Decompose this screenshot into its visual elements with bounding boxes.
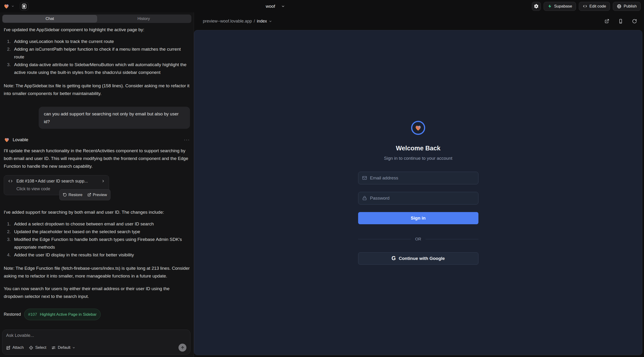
lovable-heart-icon [3, 3, 10, 10]
chat-input[interactable] [6, 333, 186, 338]
list-item: Adding data-active attribute to SidebarM… [14, 61, 190, 76]
mode-label: Default [58, 345, 70, 350]
preview-url-domain: preview--woof.lovable.app [203, 19, 252, 24]
tab-chat[interactable]: Chat [3, 15, 97, 22]
attach-label: Attach [12, 345, 24, 350]
mode-default-button[interactable]: Default [51, 345, 75, 350]
assistant-paragraph: You can now search for users by either t… [4, 285, 190, 300]
preview-label: Preview [93, 191, 107, 199]
message-menu-button[interactable]: ··· [184, 136, 190, 144]
external-link-icon [87, 193, 91, 197]
assistant-paragraph: I'll update the search functionality in … [4, 147, 190, 170]
select-button[interactable]: Select [29, 345, 46, 350]
user-message-bubble: can you add support for searching not on… [39, 107, 190, 129]
refresh-button[interactable] [632, 19, 637, 24]
list-item: Updated the placeholder text based on th… [14, 228, 190, 236]
preview-region: preview--woof.lovable.app / index [194, 12, 644, 357]
preview-iframe: Welcome Back Sign in to continue to your… [194, 30, 642, 355]
or-label: OR [415, 237, 421, 242]
version-number: #107 [28, 310, 37, 318]
lovable-avatar-heart-icon [4, 137, 10, 143]
url-separator: / [254, 19, 255, 24]
tab-history[interactable]: History [97, 15, 191, 22]
assistant-name: Lovable [13, 136, 28, 144]
version-title: Highlight Active Page in Sidebar [40, 310, 96, 318]
preview-button[interactable]: Preview [87, 191, 107, 199]
chevron-right-icon [101, 179, 105, 183]
panel-left-icon [22, 4, 26, 9]
assistant-paragraph: I've added support for searching by both… [4, 208, 190, 216]
chevron-down-icon [11, 5, 14, 8]
google-signin-button[interactable]: G Continue with Google [358, 252, 478, 264]
assistant-list: Adding useLocation hook to track the cur… [4, 38, 190, 76]
toggle-sidebar-button[interactable] [20, 2, 28, 10]
publish-button[interactable]: Publish [613, 2, 641, 11]
composer: Attach Select Default [2, 330, 190, 355]
edit-code-button[interactable]: Edit code [579, 2, 610, 11]
or-divider: OR [358, 237, 478, 242]
settings-button[interactable] [532, 2, 541, 11]
assistant-list: Added a select dropdown to choose betwee… [4, 220, 190, 259]
envelope-icon [362, 176, 367, 180]
chat-history-tabs: Chat History [2, 14, 191, 23]
attach-image-icon [6, 346, 10, 350]
email-input[interactable] [370, 176, 474, 180]
list-item: Adding an isCurrentPath helper function … [14, 45, 190, 61]
app-heart-icon [414, 124, 422, 132]
list-item: Adding useLocation hook to track the cur… [14, 38, 190, 45]
sliders-icon [51, 346, 56, 350]
lovable-logo-menu[interactable] [3, 3, 14, 10]
list-item: Modified the Edge Function to handle bot… [14, 236, 190, 251]
gear-icon [534, 4, 539, 9]
chevron-down-icon [72, 346, 75, 349]
lock-icon [362, 196, 367, 200]
arrow-up-icon [180, 346, 184, 350]
select-target-icon [29, 346, 33, 350]
assistant-note: Note: The Edge Function file (fetch-fire… [4, 264, 190, 280]
password-field[interactable] [358, 192, 478, 204]
edit-version-card[interactable]: Edit #108 • Add user ID search supp... C… [4, 175, 109, 195]
restore-button[interactable]: Restore [63, 191, 82, 199]
list-item: Added the user ID display in the results… [14, 251, 190, 259]
globe-icon [617, 4, 622, 9]
chat-panel: Chat History I've updated the AppSidebar… [0, 12, 194, 357]
signin-subtitle: Sign in to continue to your account [384, 156, 452, 161]
restore-icon [63, 193, 67, 197]
google-g-icon: G [392, 255, 396, 262]
assistant-note: Note: The AppSidebar.tsx file is getting… [4, 82, 190, 97]
edit-code-label: Edit code [589, 4, 606, 9]
open-in-new-tab-button[interactable] [604, 19, 609, 24]
attach-button[interactable]: Attach [6, 345, 24, 350]
preview-url-page: index [257, 19, 267, 24]
list-item: Added a select dropdown to choose betwee… [14, 220, 190, 228]
signin-title: Welcome Back [396, 145, 440, 152]
project-name: woof [266, 4, 275, 9]
signin-submit-button[interactable]: Sign in [358, 212, 478, 224]
supabase-label: Supabase [554, 4, 572, 9]
restore-label: Restore [68, 191, 82, 199]
restored-label: Restored [4, 310, 21, 318]
supabase-button[interactable]: Supabase [544, 2, 576, 11]
edit-card-title: Edit #108 • Add user ID search supp... [16, 178, 98, 184]
restored-version-badge[interactable]: #107 Highlight Active Page in Sidebar [24, 309, 100, 320]
send-button[interactable] [178, 344, 186, 352]
password-input[interactable] [370, 196, 474, 201]
app-logo [411, 121, 425, 135]
top-bar: woof Supabase Edit code Publish [0, 0, 644, 12]
restored-row: Restored #107 Highlight Active Page in S… [4, 309, 190, 320]
mobile-view-button[interactable] [618, 19, 623, 24]
assistant-header: Lovable ··· [4, 136, 190, 144]
email-field[interactable] [358, 172, 478, 184]
publish-label: Publish [624, 4, 637, 9]
assistant-paragraph: I've updated the AppSidebar component to… [4, 26, 190, 34]
project-chevron-down-icon[interactable] [281, 4, 285, 8]
page-chevron-down-icon[interactable] [269, 20, 272, 23]
signin-card: Welcome Back Sign in to continue to your… [358, 121, 478, 264]
select-label: Select [35, 345, 46, 350]
supabase-icon [548, 4, 552, 8]
code-icon [8, 179, 13, 184]
chat-messages[interactable]: I've updated the AppSidebar component to… [0, 23, 194, 327]
edit-card-actions: Restore Preview [59, 189, 110, 200]
google-label: Continue with Google [399, 256, 445, 261]
code-icon [583, 4, 587, 8]
